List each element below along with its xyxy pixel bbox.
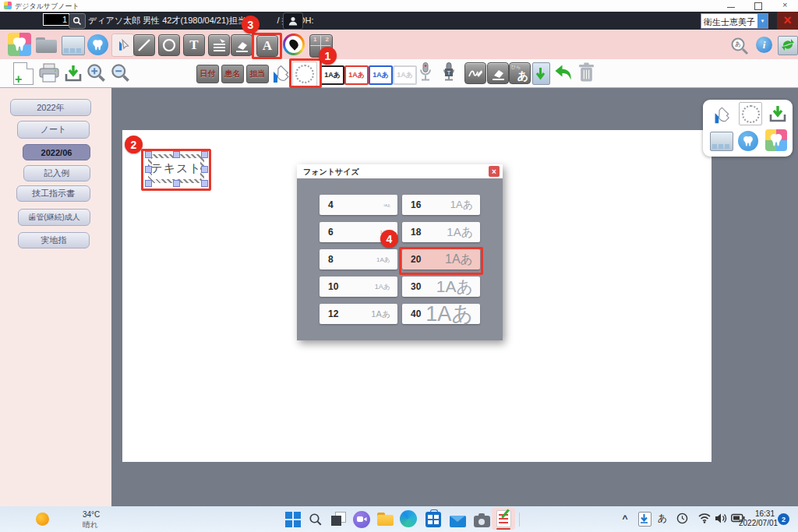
- region-select-button[interactable]: [739, 102, 762, 125]
- download-button[interactable]: [768, 104, 787, 123]
- font-size-option-16[interactable]: 16 1Aあ: [402, 195, 480, 215]
- search-icon: [72, 16, 82, 26]
- maximize-button[interactable]: [754, 2, 762, 10]
- info-button[interactable]: i: [756, 37, 772, 53]
- print-button[interactable]: [38, 63, 60, 83]
- close-window-icon[interactable]: ×: [782, 0, 787, 9]
- voice-to-text-button[interactable]: T: [443, 62, 458, 84]
- font-style-black-button[interactable]: 1Aあ: [320, 65, 344, 85]
- tray-clock-app-button[interactable]: [676, 513, 688, 524]
- edge-browser-button[interactable]: [400, 510, 418, 529]
- date-stamp-button[interactable]: 日付: [196, 65, 219, 83]
- app-close-button[interactable]: ×: [777, 12, 798, 30]
- sidebar-item-year[interactable]: 2022年: [10, 99, 91, 116]
- notification-badge[interactable]: 2: [778, 513, 789, 525]
- staff-stamp-button[interactable]: 担当: [246, 65, 269, 83]
- sidebar-item-sample[interactable]: 記入例: [23, 165, 90, 181]
- line-tool-button[interactable]: [133, 34, 155, 56]
- font-style-blue-button[interactable]: 1Aあ: [369, 65, 393, 85]
- dialog-titlebar[interactable]: フォントサイズ ×: [297, 164, 503, 178]
- kana-convert-button[interactable]: ひら あ: [509, 62, 531, 84]
- freehand-pen-button[interactable]: [464, 62, 486, 84]
- user-dropdown[interactable]: 衛生士恵美子 ▼: [701, 13, 768, 29]
- font-size-option-8[interactable]: 8 1Aあ: [320, 249, 397, 270]
- weather-widget[interactable]: 34°C 晴れ: [36, 511, 129, 528]
- chevron-up-icon: ^: [622, 513, 627, 524]
- resize-handle[interactable]: [201, 166, 208, 173]
- taskbar-search-button[interactable]: [306, 510, 325, 529]
- resize-handle[interactable]: [201, 151, 208, 158]
- ms-store-button[interactable]: [424, 510, 443, 529]
- tray-wifi-button[interactable]: [698, 513, 711, 523]
- delete-button[interactable]: [578, 62, 595, 83]
- dotted-circle-icon: [742, 105, 760, 123]
- patient-search-button[interactable]: [69, 13, 86, 29]
- zoom-out-button[interactable]: [110, 62, 131, 83]
- tray-onedrive-button[interactable]: [638, 512, 651, 527]
- tooth-icon: [91, 38, 104, 52]
- resize-handle[interactable]: [173, 180, 180, 187]
- tray-clock-date[interactable]: 16:31 2022/07/01: [739, 509, 775, 530]
- tooth-chart-button[interactable]: [87, 34, 108, 55]
- text-search-button[interactable]: あ: [729, 36, 750, 56]
- home-logo-button[interactable]: [765, 129, 787, 151]
- resize-handle[interactable]: [145, 166, 152, 173]
- minimize-button[interactable]: [727, 7, 735, 8]
- voice-input-button[interactable]: [419, 62, 432, 84]
- mail-button[interactable]: [448, 512, 467, 530]
- font-style-red-button[interactable]: 1Aあ: [344, 65, 369, 85]
- text-tool-button[interactable]: T: [183, 34, 205, 56]
- file-explorer-button[interactable]: [376, 511, 395, 530]
- resize-handle[interactable]: [145, 180, 152, 187]
- subnote-app-button[interactable]: [492, 508, 515, 530]
- layout-view-button[interactable]: [710, 132, 733, 151]
- layout-view-button[interactable]: [62, 36, 85, 55]
- teams-chat-button[interactable]: [352, 510, 371, 529]
- font-size-option-12[interactable]: 12 1Aあ: [320, 304, 397, 324]
- chart-number-input[interactable]: [43, 13, 69, 26]
- save-button[interactable]: [64, 64, 83, 83]
- windows-logo-icon: [284, 510, 302, 529]
- zoom-in-button[interactable]: [86, 62, 107, 83]
- sidebar-item-lab-order[interactable]: 技工指示書: [16, 185, 90, 202]
- resize-handle[interactable]: [173, 151, 180, 158]
- font-size-option-40[interactable]: 40 1Aあ: [402, 304, 480, 324]
- font-size-option-30[interactable]: 30 1Aあ: [402, 277, 480, 297]
- highlighter-tool-button[interactable]: [208, 34, 230, 56]
- dialog-close-button[interactable]: ×: [489, 166, 500, 177]
- tray-ime-button[interactable]: あ: [656, 511, 669, 525]
- task-view-button[interactable]: [330, 511, 348, 530]
- refresh-view-button[interactable]: [778, 36, 798, 55]
- font-size-option-4[interactable]: 4 1Aあ: [320, 195, 397, 215]
- resize-handle[interactable]: [145, 151, 152, 158]
- sidebar-item-note[interactable]: ノート: [17, 121, 90, 139]
- font-style-gray-button[interactable]: 1Aあ: [393, 65, 417, 85]
- patient-name-stamp-button[interactable]: 患名: [221, 65, 244, 83]
- home-logo-button[interactable]: [8, 33, 31, 56]
- font-size-option-10[interactable]: 10 1Aあ: [320, 277, 397, 297]
- canvas-textbox[interactable]: テキスト: [148, 154, 204, 183]
- undo-button[interactable]: [553, 63, 574, 83]
- eraser-tool-button[interactable]: [231, 34, 252, 56]
- staff-select-button[interactable]: [283, 12, 303, 30]
- tray-chevron-button[interactable]: ^: [619, 513, 631, 525]
- color-picker-button[interactable]: [283, 33, 305, 55]
- tray-volume-button[interactable]: [715, 513, 727, 524]
- tooth-chart-button[interactable]: [738, 131, 758, 151]
- hand-select-button[interactable]: [270, 62, 290, 84]
- new-page-button[interactable]: +: [13, 62, 34, 85]
- resize-handle[interactable]: [201, 180, 208, 187]
- sidebar-item-month[interactable]: 2022/06: [23, 144, 90, 160]
- ellipse-tool-button[interactable]: [158, 34, 180, 56]
- camera-button[interactable]: [472, 511, 491, 530]
- font-size-option-18[interactable]: 18 1Aあ: [402, 222, 480, 242]
- sidebar-item-jicchi[interactable]: 実地指: [18, 232, 90, 248]
- select-pen-button[interactable]: [111, 33, 134, 57]
- start-button[interactable]: [284, 510, 302, 529]
- sidebar-item-shikan[interactable]: 歯管(継続)成人: [18, 209, 90, 226]
- import-page-button[interactable]: [532, 62, 550, 85]
- sidebar-item-label: ノート: [41, 124, 67, 136]
- hand-select-button[interactable]: [711, 104, 731, 125]
- stroke-eraser-button[interactable]: [487, 62, 509, 84]
- open-folder-button[interactable]: [36, 37, 57, 53]
